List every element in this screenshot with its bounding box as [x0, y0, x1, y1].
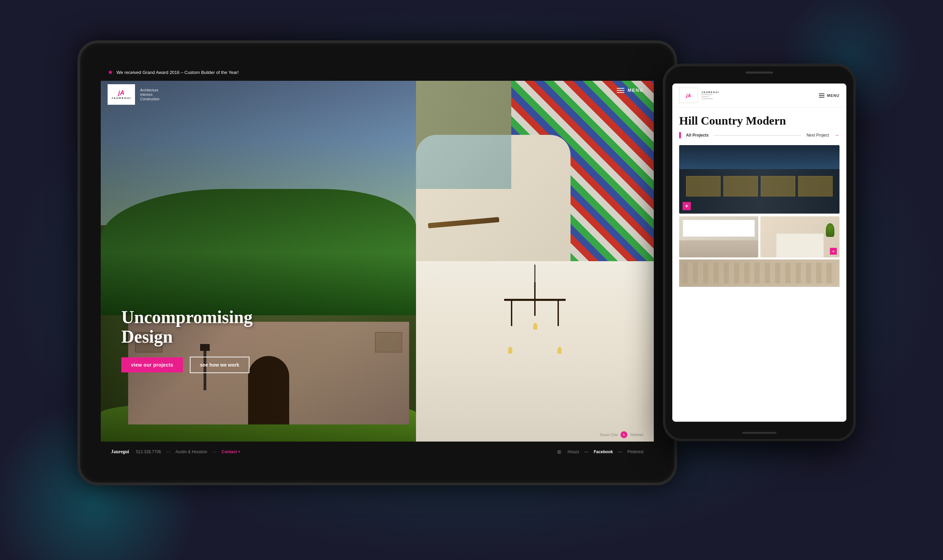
mobile-site: jA JAUREGUI Architecture Interiors Const…: [672, 83, 846, 422]
mobile-night-sky: [679, 145, 840, 169]
hero-heading-line1: Uncompromising: [121, 308, 253, 327]
texas-chic-label: Texas Chic: [600, 433, 618, 437]
tablet-footer: Jauregui 512.328.7706 — Austin & Houston…: [101, 442, 654, 462]
tablet-topbar: ★ We received Grand Award 2016 – Custom …: [101, 64, 654, 81]
footer-phone: 512.328.7706: [136, 449, 161, 454]
modern-window-3: [761, 176, 795, 197]
mobile-header: jA JAUREGUI Architecture Interiors Const…: [672, 83, 846, 108]
footer-info: 512.328.7706 — Austin & Houston — Contac…: [136, 449, 550, 454]
plant: [826, 223, 834, 237]
mobile-bottom-image: [679, 260, 840, 287]
footer-pinterest[interactable]: Pinterest: [627, 449, 644, 454]
mobile-house-img-bg: [679, 145, 840, 214]
tablet-device: ★ We received Grand Award 2016 – Custom …: [77, 40, 677, 485]
mobile-logo-text: JAUREGUI Architecture Interiors Construc…: [701, 91, 719, 100]
mobile-content: Hill Country Modern All Projects Next Pr…: [672, 108, 846, 294]
footer-divider-2: —: [213, 449, 216, 454]
modern-window-4: [798, 176, 833, 197]
kitchen-counter: [679, 240, 758, 257]
tablet-logo-name: JAUREGUI: [111, 97, 131, 100]
chandelier-chain: [534, 265, 536, 282]
mobile-logo-symbol: jA: [686, 93, 691, 98]
cabinet: [682, 220, 755, 237]
mobile-project-nav: All Projects Next Project →: [679, 132, 840, 138]
tablet-tagline-2: Interiors: [140, 93, 159, 97]
footer-divider-1: —: [166, 449, 170, 454]
view-projects-button[interactable]: view our projects: [121, 357, 183, 372]
see-how-button[interactable]: see how we work: [190, 357, 250, 373]
nav-next-arrow: →: [834, 132, 840, 138]
nav-next-project[interactable]: Next Project: [807, 133, 829, 138]
mobile-thumb-2[interactable]: +: [760, 216, 840, 257]
tablet-header: jA JAUREGUI Architecture Interiors Const…: [101, 81, 654, 108]
chandelier-arm-horizontal: [504, 299, 566, 301]
candle-2: [557, 347, 562, 354]
footer-social: ⊞ Houzz — Facebook — Pinterest: [557, 449, 644, 455]
hero-text: Uncompromising Design view our projects …: [121, 308, 253, 373]
mobile-nav[interactable]: MENU: [819, 94, 840, 98]
chandelier: [501, 265, 569, 360]
mobile-screen: jA JAUREGUI Architecture Interiors Const…: [672, 83, 846, 422]
footer-facebook[interactable]: Facebook: [594, 449, 613, 454]
mobile-house-windows: [686, 176, 833, 197]
phone-camera-bar: [745, 72, 773, 74]
footer-locations: Austin & Houston: [176, 449, 207, 454]
refresh-icon: ↻: [620, 431, 627, 438]
star-icon: ★: [108, 68, 113, 76]
hamburger-icon: [617, 88, 624, 93]
tablet-menu-label[interactable]: MENU: [628, 88, 644, 93]
mobile-img-plus-icon[interactable]: +: [682, 202, 691, 210]
mobile-hamburger-icon: [819, 94, 824, 98]
refresh-label: Refresh: [630, 433, 644, 437]
tablet-logo-box: jA JAUREGUI: [108, 84, 135, 105]
nav-all-projects[interactable]: All Projects: [686, 133, 708, 138]
mobile-menu-label[interactable]: MENU: [827, 94, 840, 98]
refresh-badge[interactable]: Texas Chic ↻ Refresh: [600, 431, 644, 438]
dresser: [776, 234, 824, 257]
modern-window-2: [723, 176, 758, 197]
phone-home-indicator: [742, 432, 776, 434]
chandelier-scene: [416, 261, 654, 442]
candle-3: [533, 323, 537, 330]
tablet-right-bottom: [416, 261, 654, 442]
hero-heading: Uncompromising Design: [121, 308, 253, 346]
scene: ★ We received Grand Award 2016 – Custom …: [60, 23, 883, 537]
tablet-screen: ★ We received Grand Award 2016 – Custom …: [101, 64, 654, 462]
footer-contact[interactable]: Contact +: [222, 449, 241, 454]
mobile-thumb-plus-icon[interactable]: +: [830, 248, 837, 255]
tablet-logo-taglines: Architecture Interiors Construction: [140, 88, 159, 101]
mobile-thumb-row: +: [679, 216, 840, 257]
footer-brand: Jauregui: [111, 449, 129, 455]
bottom-img-bg: [679, 260, 840, 287]
tablet-nav[interactable]: MENU: [617, 88, 644, 93]
modern-window-1: [686, 176, 721, 197]
chandelier-arm-left: [511, 299, 512, 326]
houzz-icon: ⊞: [557, 449, 561, 455]
footer-dash-2: —: [618, 449, 622, 454]
mobile-thumb-1[interactable]: [679, 216, 758, 257]
mobile-modern-house: [679, 169, 840, 214]
footer-dash-1: —: [585, 449, 589, 454]
hero-buttons: view our projects see how we work: [121, 357, 253, 373]
footer-houzz[interactable]: Houzz: [568, 449, 579, 454]
candle-1: [508, 347, 512, 354]
hero-heading-line2: Design: [121, 327, 173, 346]
hero-overlay: [101, 81, 416, 442]
mobile-logo-name: JAUREGUI: [701, 91, 719, 94]
tablet-logo-symbol: jA: [111, 89, 131, 97]
chandelier-body: [504, 282, 566, 357]
mobile-project-title: Hill Country Modern: [679, 114, 840, 127]
tablet-site: ★ We received Grand Award 2016 – Custom …: [101, 64, 654, 462]
tablet-tagline-1: Architecture: [140, 88, 159, 92]
tablet-tagline-3: Construction: [140, 97, 159, 101]
tablet-right-panel: [416, 81, 654, 442]
fabric-texture: [682, 263, 836, 283]
mobile-device: jA JAUREGUI Architecture Interiors Const…: [664, 65, 855, 441]
tablet-logo-inner: jA JAUREGUI: [111, 89, 131, 100]
mobile-logo: jA: [679, 88, 698, 103]
chandelier-arm-right: [557, 299, 559, 326]
tablet-hero: Uncompromising Design view our projects …: [101, 81, 416, 442]
topbar-text: We received Grand Award 2016 – Custom Bu…: [116, 70, 239, 75]
nav-pink-bar: [679, 132, 681, 138]
nav-dash: [714, 135, 801, 135]
